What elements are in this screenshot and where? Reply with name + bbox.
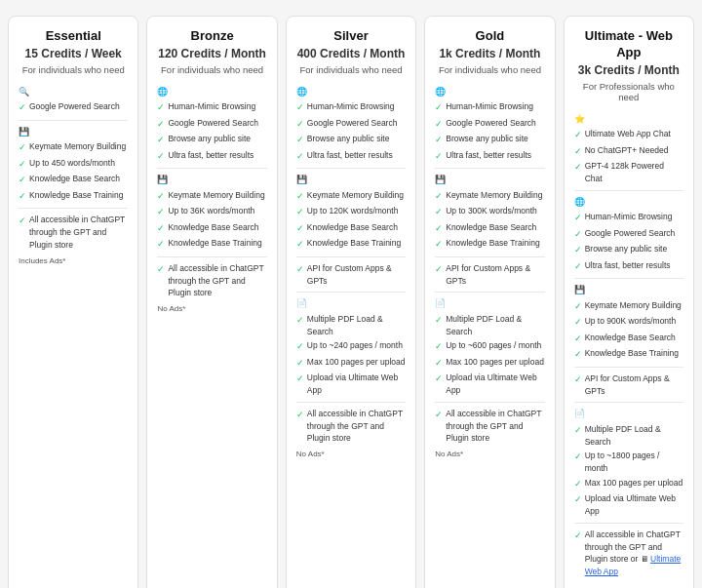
section-browsing: 🌐 xyxy=(574,196,683,210)
feature-item: ✓Up to ~1800 pages / month xyxy=(574,450,683,475)
check-icon: ✓ xyxy=(19,158,26,172)
check-icon: ✓ xyxy=(435,190,443,204)
check-icon: ✓ xyxy=(574,244,582,257)
check-icon: ✓ xyxy=(157,134,165,147)
feature-item: ✓Multiple PDF Load & Search xyxy=(296,313,406,338)
feature-item: ✓Up to 36K words/month xyxy=(157,205,266,219)
plan-subtitle: For individuals who need xyxy=(296,64,406,75)
check-icon: ✓ xyxy=(296,206,304,219)
section-pdf: 📄 xyxy=(296,297,406,311)
section-ultimate: ⭐ xyxy=(574,113,683,127)
plan-name: Gold xyxy=(435,28,544,45)
divider xyxy=(157,256,266,257)
plan-silver: Silver 400 Credits / Month For individua… xyxy=(286,16,416,588)
section-browsing: 🌐 xyxy=(296,86,406,99)
check-icon: ✓ xyxy=(296,314,304,328)
feature-item: ✓Knowledge Base Training xyxy=(157,237,266,252)
check-icon: ✓ xyxy=(157,222,165,236)
check-icon: ✓ xyxy=(574,161,582,175)
feature-item: ✓Human-Mimic Browsing xyxy=(296,100,406,115)
check-icon: ✓ xyxy=(296,409,304,422)
plan-features: 🌐 ✓Human-Mimic Browsing ✓Google Powered … xyxy=(296,81,406,580)
feature-item: ✓Google Powered Search xyxy=(435,117,544,132)
feature-item: ✓Multiple PDF Load & Search xyxy=(574,423,683,449)
feature-item: ✓ Knowledge Base Training xyxy=(19,189,128,204)
check-icon: ✓ xyxy=(296,222,304,236)
feature-chatgpt: ✓ All accessible in ChatGPT through the … xyxy=(19,214,128,251)
check-icon: ✓ xyxy=(157,150,165,164)
check-icon: ✓ xyxy=(296,263,304,277)
check-icon: ✓ xyxy=(574,129,582,142)
plan-subtitle: For Professionals who need xyxy=(574,81,683,102)
divider xyxy=(19,208,128,209)
check-icon: ✓ xyxy=(296,340,304,354)
feature-item: ✓Knowledge Base Training xyxy=(435,237,544,252)
divider xyxy=(296,256,406,257)
feature-api: ✓API for Custom Apps & GPTs xyxy=(296,262,406,288)
feature-item: ✓Max 100 pages per upload xyxy=(296,356,406,371)
feature-item: ✓Multiple PDF Load & Search xyxy=(435,313,544,338)
feature-item: ✓Ultra fast, better results xyxy=(574,259,683,274)
feature-item: ✓Up to 900K words/month xyxy=(574,315,683,330)
section-browsing: 🌐 xyxy=(435,86,544,99)
feature-item: ✓Keymate Memory Building xyxy=(157,189,266,204)
divider xyxy=(19,120,128,121)
divider xyxy=(435,168,544,169)
divider xyxy=(574,190,683,191)
feature-item: ✓Up to ~600 pages / month xyxy=(435,339,544,354)
feature-item: ✓Keymate Memory Building xyxy=(574,299,683,314)
divider xyxy=(435,402,544,403)
feature-item: ✓Keymate Memory Building xyxy=(435,189,544,204)
feature-item: ✓Browse any public site xyxy=(435,133,544,147)
divider xyxy=(296,402,406,403)
divider xyxy=(435,292,544,293)
feature-item: ✓Max 100 pages per upload xyxy=(574,477,683,491)
plan-subtitle: For individuals who need xyxy=(157,64,266,75)
check-icon: ✓ xyxy=(435,222,443,236)
section-memory: 💾 xyxy=(574,284,683,297)
check-icon: ✓ xyxy=(574,333,582,346)
no-ads: No Ads* xyxy=(296,449,406,460)
plan-subtitle: For individuals who need xyxy=(435,64,544,75)
check-icon: ✓ xyxy=(435,238,443,252)
feature-item: ✓Up to ~240 pages / month xyxy=(296,339,406,354)
check-icon: ✓ xyxy=(19,141,26,155)
section-search: 🔍 xyxy=(19,86,128,99)
check-icon: ✓ xyxy=(296,150,304,164)
feature-item: ✓Human-Mimic Browsing xyxy=(435,100,544,115)
check-icon: ✓ xyxy=(19,101,26,115)
plan-ultimate: Ultimate - Web App 3k Credits / Month Fo… xyxy=(564,16,694,588)
feature-item: ✓Upload via Ultimate Web App xyxy=(574,492,683,518)
feature-item: ✓Ultra fast, better results xyxy=(157,149,266,164)
feature-item: ✓Upload via Ultimate Web App xyxy=(435,372,544,397)
divider xyxy=(574,367,683,368)
check-icon: ✓ xyxy=(435,409,443,422)
divider xyxy=(574,523,683,524)
no-ads: No Ads* xyxy=(157,303,266,315)
divider xyxy=(157,168,266,169)
feature-api: ✓API for Custom Apps & GPTs xyxy=(574,372,683,398)
check-icon: ✓ xyxy=(435,118,443,132)
check-icon: ✓ xyxy=(574,316,582,330)
check-icon: ✓ xyxy=(435,150,443,164)
plan-features: 🔍 ✓ Google Powered Search 💾 ✓ Keymate Me… xyxy=(19,81,128,580)
plan-subtitle: For individuals who need xyxy=(19,64,128,75)
check-icon: ✓ xyxy=(435,206,443,219)
feature-item: ✓ Keymate Memory Building xyxy=(19,140,128,155)
feature-item: ✓Browse any public site xyxy=(296,133,406,147)
check-icon: ✓ xyxy=(574,373,582,387)
feature-item: ✓Knowledge Base Training xyxy=(574,347,683,362)
check-icon: ✓ xyxy=(19,190,26,204)
check-icon: ✓ xyxy=(157,206,165,219)
check-icon: ✓ xyxy=(574,228,582,242)
check-icon: ✓ xyxy=(157,238,165,252)
section-browsing: 🌐 xyxy=(157,86,266,99)
feature-item: ✓Keymate Memory Building xyxy=(296,189,406,204)
plan-features: ⭐ ✓Ultimate Web App Chat ✓No ChatGPT+ Ne… xyxy=(574,108,683,580)
feature-chatgpt: ✓ All accessible in ChatGPT through the … xyxy=(574,529,683,578)
plan-features: 🌐 ✓Human-Mimic Browsing ✓Google Powered … xyxy=(157,81,266,580)
plan-name: Silver xyxy=(296,28,406,45)
check-icon: ✓ xyxy=(574,300,582,314)
feature-item: ✓Max 100 pages per upload xyxy=(435,356,544,371)
feature-item: ✓GPT-4 128k Powered Chat xyxy=(574,160,683,185)
